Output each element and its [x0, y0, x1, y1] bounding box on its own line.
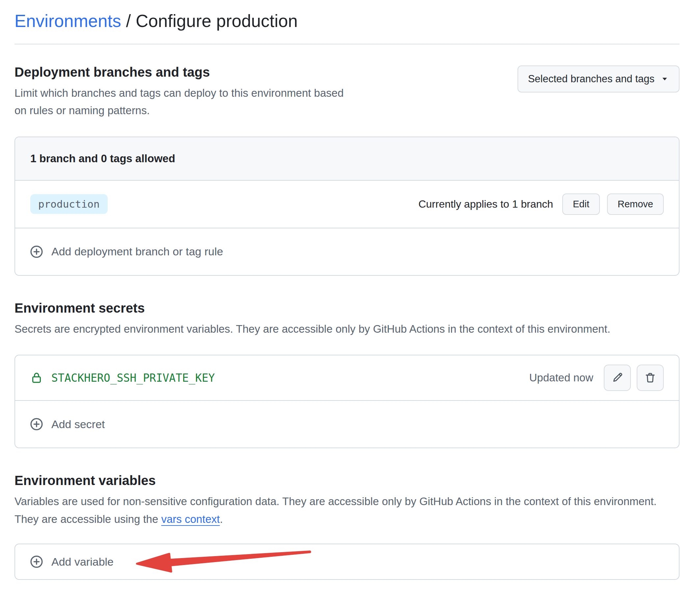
plus-circle-icon	[30, 245, 43, 259]
deployment-section-description: Limit which branches and tags can deploy…	[15, 84, 357, 119]
edit-secret-button[interactable]	[604, 365, 631, 391]
delete-secret-button[interactable]	[637, 365, 664, 391]
secrets-section-header: Environment secrets Secrets are encrypte…	[15, 301, 679, 338]
plus-circle-icon	[30, 417, 43, 431]
secrets-panel: STACKHERO_SSH_PRIVATE_KEY Updated now	[15, 355, 679, 448]
pencil-icon	[611, 372, 623, 384]
lock-icon	[30, 372, 43, 384]
branch-rule-row: production Currently applies to 1 branch…	[15, 181, 679, 228]
deployment-section-heading: Deployment branches and tags	[15, 65, 357, 80]
secrets-section-heading: Environment secrets	[15, 301, 610, 316]
edit-rule-button[interactable]: Edit	[562, 193, 600, 215]
add-deployment-rule-button[interactable]: Add deployment branch or tag rule	[15, 228, 679, 275]
trash-icon	[644, 372, 656, 384]
deployment-rules-summary: 1 branch and 0 tags allowed	[15, 137, 679, 181]
branch-policy-dropdown-label: Selected branches and tags	[528, 73, 655, 85]
branch-policy-dropdown-button[interactable]: Selected branches and tags	[517, 66, 679, 92]
secret-name-text: STACKHERO_SSH_PRIVATE_KEY	[51, 372, 215, 384]
add-secret-button[interactable]: Add secret	[15, 401, 679, 448]
page-title: Environments / Configure production	[15, 10, 679, 33]
variables-section-heading: Environment variables	[15, 473, 661, 488]
breadcrumb-separator: /	[121, 11, 135, 31]
breadcrumb-current: Configure production	[135, 11, 298, 31]
secrets-section-description: Secrets are encrypted environment variab…	[15, 320, 610, 338]
title-divider	[15, 44, 679, 44]
environment-config-page: Environments / Configure production Depl…	[0, 0, 694, 580]
deployment-section-text: Deployment branches and tags Limit which…	[15, 65, 357, 119]
secrets-section-text: Environment secrets Secrets are encrypte…	[15, 301, 610, 338]
add-secret-label: Add secret	[51, 418, 105, 431]
branch-pattern-pill: production	[30, 194, 108, 214]
branch-rule-applies-text: Currently applies to 1 branch	[418, 198, 553, 210]
plus-circle-icon	[30, 555, 43, 568]
add-deployment-rule-label: Add deployment branch or tag rule	[51, 245, 223, 258]
add-variable-label: Add variable	[51, 556, 114, 568]
chevron-down-icon	[660, 75, 669, 83]
variables-section-description: Variables are used for non-sensitive con…	[15, 492, 661, 528]
deployment-section-header: Deployment branches and tags Limit which…	[15, 65, 679, 119]
add-variable-button[interactable]: Add variable	[15, 544, 679, 579]
variables-description-text: Variables are used for non-sensitive con…	[15, 495, 657, 525]
secret-updated-text: Updated now	[529, 372, 593, 384]
vars-context-link[interactable]: vars context	[161, 513, 220, 525]
branch-rule-actions: Edit Remove	[562, 193, 664, 215]
variables-panel: Add variable	[15, 544, 679, 580]
remove-rule-button[interactable]: Remove	[607, 193, 664, 215]
variables-section-text: Environment variables Variables are used…	[15, 473, 661, 528]
variables-section-header: Environment variables Variables are used…	[15, 473, 679, 528]
variables-description-period: .	[220, 513, 223, 525]
secret-row: STACKHERO_SSH_PRIVATE_KEY Updated now	[15, 355, 679, 401]
secret-name: STACKHERO_SSH_PRIVATE_KEY	[30, 372, 215, 384]
secret-actions	[604, 365, 664, 391]
deployment-rules-panel: 1 branch and 0 tags allowed production C…	[15, 136, 679, 276]
breadcrumb-environments-link[interactable]: Environments	[15, 11, 121, 31]
